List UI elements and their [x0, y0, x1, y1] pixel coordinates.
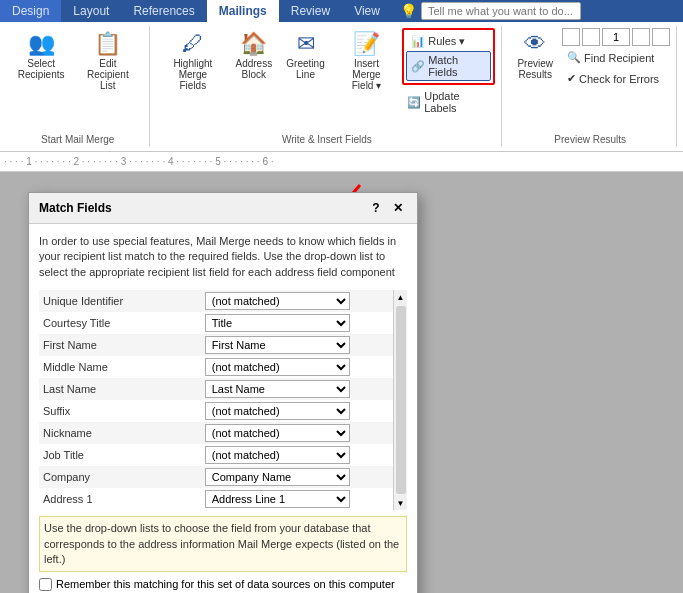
dialog-body: In order to use special features, Mail M…: [29, 224, 417, 593]
dialog-help-button[interactable]: ?: [367, 199, 385, 217]
table-row: Address 1 Address Line 1: [39, 488, 407, 510]
field-value-cell: (not matched): [201, 422, 407, 444]
scrollbar[interactable]: ▲ ▼: [393, 290, 407, 510]
fields-table-wrapper: Unique Identifier (not matched) Courtesy…: [39, 290, 407, 510]
field-select-5[interactable]: (not matched): [205, 402, 350, 420]
table-row: Job Title (not matched): [39, 444, 407, 466]
group-start-mail-merge: 👥 SelectRecipients 📋 EditRecipient List …: [6, 26, 150, 147]
ribbon-tab-bar: Design Layout References Mailings Review…: [0, 0, 392, 22]
field-select-7[interactable]: (not matched): [205, 446, 350, 464]
match-fields-dialog: Match Fields ? ✕ In order to use special…: [28, 192, 418, 593]
group-content: 👥 SelectRecipients 📋 EditRecipient List: [12, 28, 143, 108]
greeting-line-icon: ✉: [297, 31, 315, 57]
table-row: Middle Name (not matched): [39, 356, 407, 378]
field-select-8[interactable]: Company Name: [205, 468, 350, 486]
lightbulb-icon: 💡: [400, 3, 417, 19]
check-for-errors-button[interactable]: ✔ Check for Errors: [562, 69, 670, 88]
address-block-label: AddressBlock: [235, 58, 272, 80]
edit-recipients-icon: 📋: [94, 31, 121, 57]
field-name-cell: Job Title: [39, 444, 201, 466]
tab-view[interactable]: View: [342, 0, 392, 22]
table-row: Unique Identifier (not matched): [39, 290, 407, 312]
select-recipients-icon: 👥: [28, 31, 55, 57]
highlight-label: HighlightMerge Fields: [165, 58, 220, 91]
scroll-down-button[interactable]: ▼: [394, 496, 408, 510]
check-errors-label: Check for Errors: [579, 73, 659, 85]
field-select-6[interactable]: (not matched): [205, 424, 350, 442]
address-block-button[interactable]: 🏠 AddressBlock: [229, 28, 278, 83]
field-value-cell: (not matched): [201, 400, 407, 422]
check-errors-icon: ✔: [567, 72, 576, 85]
highlight-merge-fields-button[interactable]: 🖊 HighlightMerge Fields: [158, 28, 227, 94]
field-name-cell: Unique Identifier: [39, 290, 201, 312]
tab-layout[interactable]: Layout: [61, 0, 121, 22]
edit-recipient-list-button[interactable]: 📋 EditRecipient List: [72, 28, 143, 94]
tab-review[interactable]: Review: [279, 0, 342, 22]
dialog-close-button[interactable]: ✕: [389, 199, 407, 217]
field-name-cell: Suffix: [39, 400, 201, 422]
find-recipient-label: Find Recipient: [584, 52, 654, 64]
preview-results-button[interactable]: 👁 PreviewResults: [510, 28, 560, 83]
highlight-icon: 🖊: [182, 31, 204, 57]
field-select-4[interactable]: Last Name: [205, 380, 350, 398]
field-value-cell: Company Name: [201, 466, 407, 488]
greeting-line-button[interactable]: ✉ GreetingLine: [280, 28, 331, 83]
ribbon-search-input[interactable]: [421, 2, 581, 20]
field-value-cell: (not matched): [201, 444, 407, 466]
nav-controls: ⏮ ◀ ▶ ⏭: [562, 28, 670, 46]
field-select-0[interactable]: (not matched): [205, 292, 350, 310]
ruler: · · · · 1 · · · · · · · 2 · · · · · · · …: [0, 152, 683, 172]
dialog-footer-note: Use the drop-down lists to choose the fi…: [39, 516, 407, 572]
field-value-cell: Title: [201, 312, 407, 334]
field-name-cell: Address 1: [39, 488, 201, 510]
dialog-title-buttons: ? ✕: [367, 199, 407, 217]
field-name-cell: Nickname: [39, 422, 201, 444]
match-fields-button[interactable]: 🔗 Match Fields: [406, 51, 491, 81]
remember-matching-checkbox[interactable]: [39, 578, 52, 591]
start-mail-merge-group-label: Start Mail Merge: [6, 134, 149, 145]
greeting-line-label: GreetingLine: [286, 58, 324, 80]
field-value-cell: (not matched): [201, 290, 407, 312]
field-select-1[interactable]: Title: [205, 314, 350, 332]
rules-button[interactable]: 📊 Rules ▾: [406, 32, 491, 51]
select-recipients-label: SelectRecipients: [18, 58, 65, 80]
preview-results-content: 👁 PreviewResults ⏮ ◀ ▶ ⏭ 🔍 Find Recipien…: [510, 28, 670, 116]
nav-prev-button[interactable]: ◀: [582, 28, 600, 46]
dialog-title-bar: Match Fields ? ✕: [29, 193, 417, 224]
update-labels-button[interactable]: 🔄 Update Labels: [402, 87, 495, 117]
field-value-cell: (not matched): [201, 356, 407, 378]
nav-last-button[interactable]: ⏭: [652, 28, 670, 46]
field-value-cell: Address Line 1: [201, 488, 407, 510]
dialog-description: In order to use special features, Mail M…: [39, 234, 407, 280]
field-select-2[interactable]: First Name: [205, 336, 350, 354]
ribbon: Design Layout References Mailings Review…: [0, 0, 683, 152]
tab-mailings[interactable]: Mailings: [207, 0, 279, 22]
table-row: Suffix (not matched): [39, 400, 407, 422]
rules-label: Rules ▾: [428, 35, 465, 48]
nav-next-button[interactable]: ▶: [632, 28, 650, 46]
insert-merge-field-label: Insert MergeField ▾: [340, 58, 393, 91]
tab-design[interactable]: Design: [0, 0, 61, 22]
field-select-3[interactable]: (not matched): [205, 358, 350, 376]
ruler-content: · · · · 1 · · · · · · · 2 · · · · · · · …: [4, 156, 274, 167]
field-name-cell: Last Name: [39, 378, 201, 400]
group-write-insert: 🖊 HighlightMerge Fields 🏠 AddressBlock ✉…: [152, 26, 502, 147]
select-recipients-button[interactable]: 👥 SelectRecipients: [12, 28, 70, 83]
nav-page-input[interactable]: [602, 28, 630, 46]
match-fields-label: Match Fields: [428, 54, 486, 78]
field-select-9[interactable]: Address Line 1: [205, 490, 350, 508]
dialog-checkbox-row: Remember this matching for this set of d…: [39, 578, 407, 591]
match-fields-icon: 🔗: [411, 60, 425, 73]
nav-first-button[interactable]: ⏮: [562, 28, 580, 46]
address-block-icon: 🏠: [240, 31, 267, 57]
document-area: Ali Tec Gra De Le ba ontributions to our…: [0, 172, 683, 593]
rules-icon: 📊: [411, 35, 425, 48]
ribbon-body: 👥 SelectRecipients 📋 EditRecipient List …: [0, 22, 683, 152]
insert-merge-field-icon: 📝: [353, 31, 380, 57]
field-name-cell: First Name: [39, 334, 201, 356]
find-recipient-button[interactable]: 🔍 Find Recipient: [562, 48, 670, 67]
field-name-cell: Courtesy Title: [39, 312, 201, 334]
tab-references[interactable]: References: [121, 0, 206, 22]
insert-merge-field-button[interactable]: 📝 Insert MergeField ▾: [333, 28, 400, 94]
scroll-up-button[interactable]: ▲: [394, 290, 408, 304]
